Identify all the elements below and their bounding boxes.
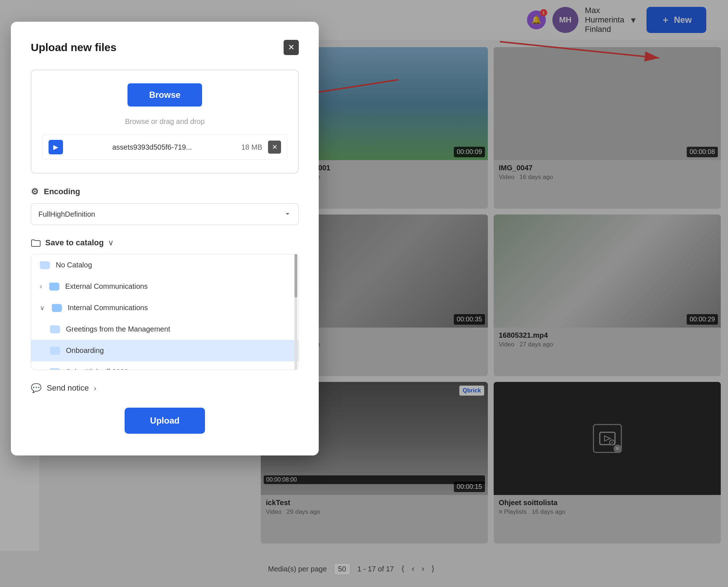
upload-area: Browse Browse or drag and drop ▶ assets9… — [31, 70, 299, 174]
catalog-folder-external — [49, 283, 59, 291]
file-size: 18 MB — [241, 143, 262, 151]
file-play-icon: ▶ — [49, 140, 63, 154]
catalog-folder-sales — [50, 368, 60, 370]
file-name: assets9393d505f6-719... — [69, 143, 235, 151]
catalog-item-no-catalog[interactable]: No Catalog — [31, 254, 298, 276]
send-notice-label: Send notice — [47, 383, 89, 393]
drag-drop-text: Browse or drag and drop — [42, 117, 287, 126]
catalog-header-text: Save to catalog — [45, 238, 104, 247]
catalog-item-label-greetings: Greetings from the Management — [66, 325, 170, 333]
catalog-folder-greetings — [50, 325, 60, 333]
catalog-item-label-external: External Communications — [65, 282, 148, 291]
catalog-folder-icon — [31, 238, 41, 247]
catalog-item-internal[interactable]: ∨ Internal Communications — [31, 297, 298, 319]
catalog-folder-onboarding — [50, 347, 60, 355]
send-notice-icon: 💬 — [31, 383, 42, 393]
modal-title: Upload new files — [31, 41, 117, 54]
modal-header: Upload new files ✕ — [31, 40, 299, 55]
catalog-item-onboarding[interactable]: Onboarding — [31, 340, 298, 361]
catalog-item-label-sales: Sales Kick-off 2022 — [66, 368, 128, 370]
encoding-select[interactable]: FullHighDefinition HighDefinition Standa… — [31, 203, 299, 225]
encoding-header: ⚙ Encoding — [31, 187, 299, 197]
modal-close-button[interactable]: ✕ — [284, 40, 299, 55]
send-notice-section[interactable]: 💬 Send notice › — [31, 383, 299, 393]
file-remove-button[interactable]: ✕ — [268, 141, 281, 154]
catalog-item-greetings[interactable]: Greetings from the Management — [31, 319, 298, 340]
browse-button[interactable]: Browse — [127, 83, 202, 107]
catalog-item-label-no-catalog: No Catalog — [56, 261, 92, 269]
file-row: ▶ assets9393d505f6-719... 18 MB ✕ — [42, 134, 287, 160]
catalog-list: No Catalog › External Communications ∨ I… — [31, 254, 299, 370]
catalog-folder-internal — [52, 304, 62, 312]
catalog-scrollbar-thumb[interactable] — [294, 254, 297, 297]
catalog-item-external[interactable]: › External Communications — [31, 276, 298, 297]
catalog-header[interactable]: Save to catalog ∨ — [31, 238, 299, 247]
catalog-expand-external: › — [40, 283, 42, 290]
catalog-item-label-internal: Internal Communications — [68, 304, 148, 312]
encoding-label: Encoding — [44, 187, 80, 196]
catalog-expand-internal: ∨ — [40, 304, 45, 312]
upload-modal: Upload new files ✕ Browse Browse or drag… — [11, 22, 319, 455]
encoding-gear-icon: ⚙ — [31, 187, 39, 197]
catalog-item-label-onboarding: Onboarding — [66, 346, 104, 355]
catalog-scrollbar-track — [294, 254, 297, 370]
catalog-folder-no-catalog — [40, 261, 50, 269]
catalog-chevron-icon: ∨ — [108, 238, 114, 247]
catalog-list-wrapper: No Catalog › External Communications ∨ I… — [31, 254, 299, 370]
send-notice-arrow-icon: › — [94, 384, 96, 392]
upload-button[interactable]: Upload — [125, 408, 205, 434]
catalog-item-sales[interactable]: Sales Kick-off 2022 — [31, 361, 298, 370]
